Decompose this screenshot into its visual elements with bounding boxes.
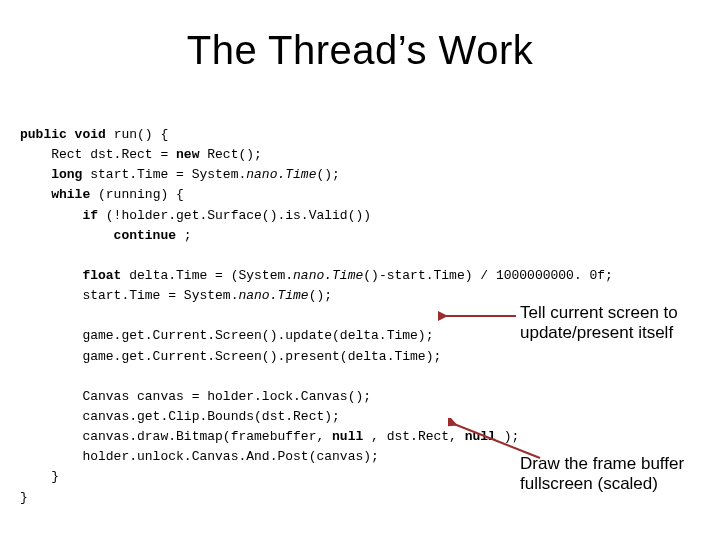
code-line-update: game.get.Current.Screen().update(delta.T… (20, 328, 433, 343)
kw-null: null (332, 429, 363, 444)
slide: The Thread’s Work public void run() { Re… (0, 0, 720, 540)
annotation-line: Draw the frame buffer (520, 454, 684, 473)
code-line-present: game.get.Current.Screen().present(delta.… (20, 349, 441, 364)
kw-continue: continue (20, 228, 176, 243)
annotation-line: update/present itself (520, 323, 673, 342)
annotation-draw-framebuffer: Draw the frame buffer fullscreen (scaled… (520, 454, 710, 493)
kw-null: null (465, 429, 496, 444)
code-text: start.Time = System. (82, 167, 246, 182)
code-text: canvas.draw.Bitmap(framebuffer, (20, 429, 332, 444)
code-text: Rect dst.Rect = (20, 147, 176, 162)
code-text: ; (176, 228, 192, 243)
annotation-line: Tell current screen to (520, 303, 678, 322)
code-line-canvas: Canvas canvas = holder.lock.Canvas(); (20, 389, 371, 404)
code-line-unlock: holder.unlock.Canvas.And.Post(canvas); (20, 449, 379, 464)
code-text: delta.Time = (System. (121, 268, 293, 283)
code-text: , dst.Rect, (363, 429, 464, 444)
code-line-clipbounds: canvas.get.Clip.Bounds(dst.Rect); (20, 409, 340, 424)
code-italic: nano.Time (293, 268, 363, 283)
code-brace: } (20, 490, 28, 505)
kw-long: long (20, 167, 82, 182)
code-text: (!holder.get.Surface().is.Valid()) (98, 208, 371, 223)
kw-public-void: public void (20, 127, 106, 142)
code-block: public void run() { Rect dst.Rect = new … (20, 125, 580, 508)
code-text: run() { (106, 127, 168, 142)
code-text: Rect(); (199, 147, 261, 162)
code-text: (running) { (90, 187, 184, 202)
kw-while: while (20, 187, 90, 202)
code-text: ()-start.Time) / 1000000000. 0f; (363, 268, 613, 283)
slide-title: The Thread’s Work (0, 28, 720, 73)
code-text: (); (309, 288, 332, 303)
kw-if: if (20, 208, 98, 223)
code-text: (); (316, 167, 339, 182)
code-brace: } (20, 469, 59, 484)
annotation-line: fullscreen (scaled) (520, 474, 658, 493)
code-italic: nano.Time (238, 288, 308, 303)
code-italic: nano.Time (246, 167, 316, 182)
code-text: start.Time = System. (20, 288, 238, 303)
kw-new: new (176, 147, 199, 162)
annotation-update-present: Tell current screen to update/present it… (520, 303, 710, 342)
code-text: ); (496, 429, 519, 444)
kw-float: float (20, 268, 121, 283)
